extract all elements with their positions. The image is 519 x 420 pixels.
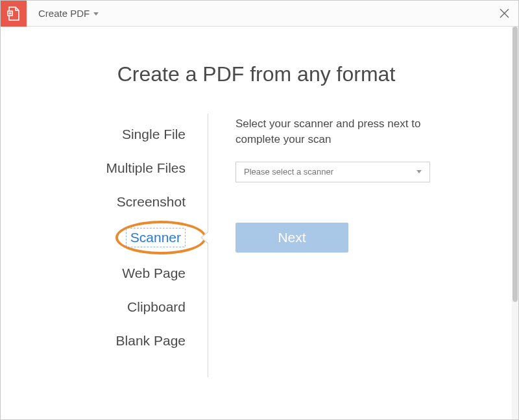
scrollbar[interactable] bbox=[512, 27, 518, 419]
option-single-file[interactable]: Single File bbox=[20, 117, 208, 151]
close-button[interactable] bbox=[490, 1, 518, 27]
next-button-label: Next bbox=[278, 230, 306, 245]
format-options-list: Single File Multiple Files Screenshot Sc… bbox=[20, 114, 208, 377]
option-clipboard[interactable]: Clipboard bbox=[20, 290, 208, 324]
content-area: Create a PDF from any format Single File… bbox=[1, 27, 518, 419]
titlebar: Create PDF bbox=[1, 1, 518, 27]
app-icon bbox=[1, 1, 27, 27]
option-label: Web Page bbox=[122, 266, 186, 280]
option-label: Clipboard bbox=[127, 299, 186, 314]
option-screenshot[interactable]: Screenshot bbox=[20, 185, 208, 219]
option-scanner[interactable]: Scanner bbox=[20, 219, 208, 256]
scrollbar-thumb[interactable] bbox=[513, 27, 518, 302]
option-multiple-files[interactable]: Multiple Files bbox=[20, 151, 208, 185]
instruction-text: Select your scanner and press next to co… bbox=[235, 116, 443, 147]
option-label: Single File bbox=[122, 127, 186, 142]
scanner-panel: Select your scanner and press next to co… bbox=[208, 114, 492, 377]
create-pdf-window: Create PDF Create a PDF from any format … bbox=[0, 0, 519, 420]
next-button[interactable]: Next bbox=[235, 223, 348, 253]
scanner-select[interactable]: Please select a scanner bbox=[235, 162, 430, 182]
document-icon bbox=[7, 6, 20, 21]
create-pdf-dropdown[interactable]: Create PDF bbox=[38, 8, 99, 19]
create-pdf-dropdown-label: Create PDF bbox=[38, 8, 90, 19]
option-label: Multiple Files bbox=[106, 160, 186, 175]
option-label: Blank Page bbox=[116, 333, 186, 348]
chevron-down-icon bbox=[93, 12, 99, 16]
scanner-select-placeholder: Please select a scanner bbox=[244, 167, 333, 177]
close-icon bbox=[500, 8, 509, 18]
option-web-page[interactable]: Web Page bbox=[20, 256, 208, 290]
page-title: Create a PDF from any format bbox=[20, 62, 492, 86]
option-blank-page[interactable]: Blank Page bbox=[20, 324, 208, 358]
option-label: Scanner bbox=[126, 228, 186, 247]
option-label: Screenshot bbox=[117, 194, 186, 209]
chevron-down-icon bbox=[416, 170, 422, 173]
